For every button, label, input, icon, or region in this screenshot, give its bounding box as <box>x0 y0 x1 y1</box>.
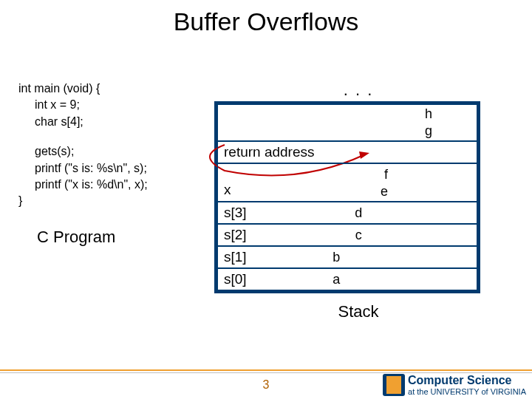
code-line-4: gets(s); <box>18 143 214 160</box>
logo-text-top: Computer Science <box>408 374 526 387</box>
code-line-5: printf ("s is: %s\n", s); <box>18 160 214 177</box>
program-label: C Program <box>18 226 214 249</box>
code-line-7: } <box>18 193 214 209</box>
stack-value-c: c <box>247 228 471 243</box>
footer-divider <box>0 372 532 373</box>
stack-value-d: d <box>247 205 471 221</box>
stack-value-e: e <box>381 184 388 200</box>
logo: Computer Science at the UNIVERSITY of VI… <box>383 374 526 396</box>
code-line-6: printf ("x is: %d\n", x); <box>18 177 214 193</box>
stack-table: h g return address x f e s[3] d s[2] c s… <box>214 101 480 293</box>
stack-row-s1: s[1] b <box>217 246 477 268</box>
stack-s3-label: s[3] <box>224 205 247 221</box>
footer: 3 Computer Science at the UNIVERSITY of … <box>0 369 532 399</box>
stack-row-s0: s[0] a <box>217 268 477 290</box>
stack-value-b: b <box>247 250 471 265</box>
code-block-decl: int main (void) { int x = 9; char s[4]; <box>18 81 214 130</box>
page-number: 3 <box>263 378 270 392</box>
uva-logo-icon <box>383 374 405 396</box>
stack-dots: . . . <box>214 81 502 100</box>
stack-value-f: f <box>384 167 388 183</box>
stack-row-top: h g <box>217 104 477 141</box>
stack-s0-label: s[0] <box>224 271 247 287</box>
code-line-1: int main (void) { <box>18 81 214 97</box>
stack-row-return: return address <box>217 141 477 163</box>
stack-value-h: h <box>425 106 432 122</box>
stack-label: Stack <box>214 302 502 321</box>
stack-row-s2: s[2] c <box>217 224 477 246</box>
stack-s1-label: s[1] <box>224 249 247 265</box>
code-line-3: char s[4]; <box>18 114 214 130</box>
stack-row-s3: s[3] d <box>217 202 477 224</box>
logo-text-bottom: at the UNIVERSITY of VIRGINIA <box>408 387 526 396</box>
stack-value-a: a <box>247 272 471 287</box>
content-area: int main (void) { int x = 9; char s[4]; … <box>0 81 532 321</box>
code-column: int main (void) { int x = 9; char s[4]; … <box>7 81 214 321</box>
stack-return-label: return address <box>224 144 315 160</box>
stack-column: . . . h g return address x f e s[3] d <box>214 81 502 321</box>
code-block-body: gets(s); printf ("s is: %s\n", s); print… <box>18 143 214 210</box>
stack-value-g: g <box>425 123 432 139</box>
logo-text: Computer Science at the UNIVERSITY of VI… <box>408 374 526 396</box>
stack-s2-label: s[2] <box>224 227 247 243</box>
code-line-2: int x = 9; <box>18 97 214 113</box>
stack-row-x: x f e <box>217 163 477 202</box>
stack-x-label: x <box>224 182 231 200</box>
page-title: Buffer Overflows <box>0 7 532 36</box>
